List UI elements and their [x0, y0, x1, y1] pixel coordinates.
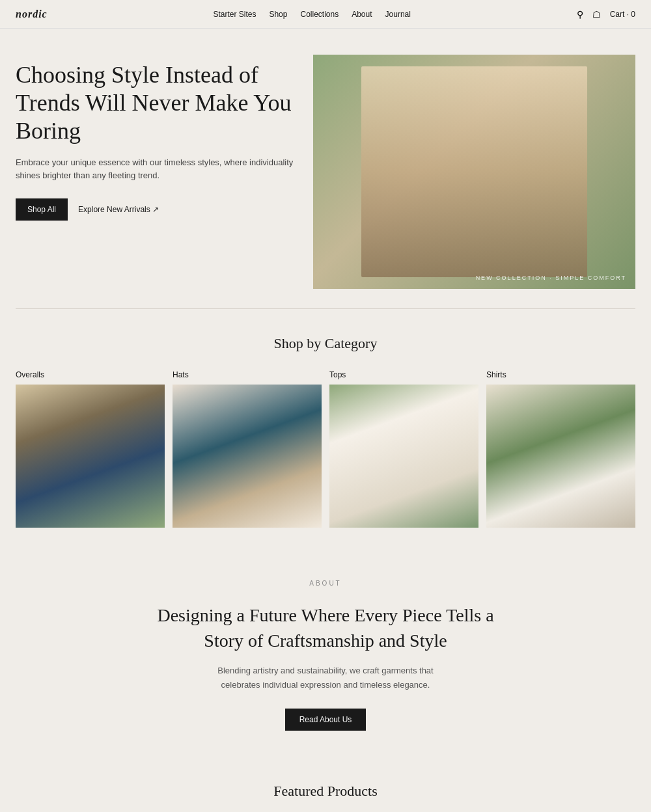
category-label-overalls: Overalls [16, 370, 165, 379]
hero-title: Choosing Style Instead of Trends Will Ne… [16, 61, 300, 146]
hero-subtitle: Embrace your unique essence with our tim… [16, 156, 300, 183]
explore-arrivals-link[interactable]: Explore New Arrivals ↗ [78, 205, 159, 214]
nav-collections[interactable]: Collections [300, 10, 339, 19]
cart-label[interactable]: Cart · 0 [610, 10, 635, 19]
about-eyebrow: ABOUT [16, 580, 635, 587]
featured-products-section: Featured Products Sale Sale [0, 757, 651, 812]
category-img-shirts [486, 385, 635, 528]
hero-text: Choosing Style Instead of Trends Will Ne… [16, 55, 313, 221]
nav-links: Starter Sites Shop Collections About Jou… [213, 10, 410, 19]
shop-category-title: Shop by Category [16, 335, 635, 352]
shop-all-button[interactable]: Shop All [16, 198, 68, 221]
hero-image [313, 55, 635, 289]
category-label-shirts: Shirts [486, 370, 635, 379]
nav-icons: ⚲ ☖ Cart · 0 [577, 9, 635, 20]
hero-person-shape [361, 66, 587, 277]
brand-logo[interactable]: nordic [16, 8, 48, 20]
category-label-tops: Tops [329, 370, 478, 379]
nav-starter-sites[interactable]: Starter Sites [213, 10, 256, 19]
account-button[interactable]: ☖ [592, 9, 601, 20]
hero-buttons: Shop All Explore New Arrivals ↗ [16, 198, 300, 221]
category-shirts[interactable]: Shirts [486, 370, 635, 528]
category-tops[interactable]: Tops [329, 370, 478, 528]
about-body: Blending artistry and sustainability, we… [202, 664, 449, 692]
hero-section: Choosing Style Instead of Trends Will Ne… [0, 29, 651, 308]
category-label-hats: Hats [173, 370, 322, 379]
nav-about[interactable]: About [352, 10, 372, 19]
category-overalls[interactable]: Overalls [16, 370, 165, 528]
search-button[interactable]: ⚲ [577, 9, 583, 20]
category-grid: Overalls Hats Tops Shirts [16, 370, 635, 528]
navbar: nordic Starter Sites Shop Collections Ab… [0, 0, 651, 29]
category-img-tops [329, 385, 478, 528]
shop-category-section: Shop by Category Overalls Hats Tops Shir… [0, 309, 651, 554]
about-section: ABOUT Designing a Future Where Every Pie… [0, 554, 651, 757]
category-hats[interactable]: Hats [173, 370, 322, 528]
category-img-hats [173, 385, 322, 528]
nav-journal[interactable]: Journal [385, 10, 411, 19]
nav-shop[interactable]: Shop [269, 10, 287, 19]
read-about-us-button[interactable]: Read About Us [285, 709, 367, 731]
hero-image-inner [313, 55, 635, 289]
featured-title: Featured Products [16, 783, 635, 800]
category-img-overalls [16, 385, 165, 528]
about-title: Designing a Future Where Every Piece Tel… [156, 602, 495, 653]
